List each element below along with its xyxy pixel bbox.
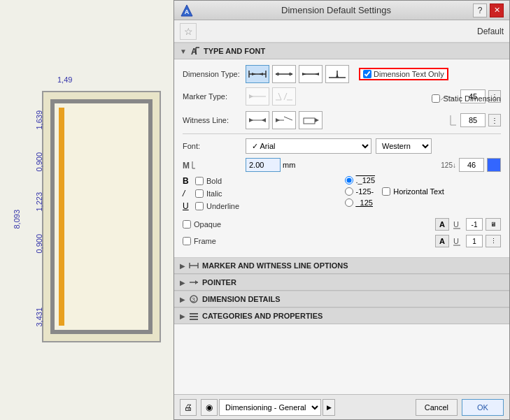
frame-A-button[interactable]: A: [435, 235, 449, 247]
categories-section[interactable]: ▶ CATEGORIES AND PROPERTIES: [174, 307, 509, 324]
svg-marker-15: [315, 73, 319, 75]
static-dimension-checkbox[interactable]: [432, 94, 440, 103]
type-font-section-label: TYPE AND FONT: [204, 47, 265, 55]
marker-type-label: Marker Type:: [183, 92, 246, 101]
svg-marker-9: [259, 73, 263, 75]
app-logo-icon: A: [180, 3, 194, 17]
bottom-left: 🖨 ◉ Dimensioning - General ▶: [180, 399, 335, 416]
underline-label: Underline: [206, 202, 239, 210]
drawing-area: 1,49 1,639 0,900 1,223 0,900 8,093 3,431: [0, 0, 182, 420]
default-label: Default: [477, 27, 504, 36]
bold-checkbox[interactable]: [195, 177, 204, 185]
radio-middle-label: -125-: [356, 187, 374, 196]
svg-line-23: [284, 93, 287, 100]
dim-label-4: 1,223: [35, 192, 43, 212]
marker-witness-section[interactable]: ▶ MARKER AND WITNESS LINE OPTIONS: [174, 257, 509, 274]
print-button[interactable]: 🖨: [180, 399, 197, 416]
main-content: Dimension Type:: [174, 59, 509, 394]
dim-type-btn-3[interactable]: [299, 65, 323, 83]
svg-text:U: U: [453, 220, 459, 229]
toolbar-row: ☆ Default: [174, 20, 509, 43]
frame-row: Frame A U ⋮: [183, 235, 501, 247]
witness-curve-icon: [444, 114, 458, 126]
font-encoding-select[interactable]: Western: [376, 138, 432, 154]
favorite-button[interactable]: ☆: [180, 23, 197, 40]
dim-label-3: 0,900: [35, 152, 43, 172]
color-picker-button[interactable]: [487, 158, 501, 172]
type-font-panel: Dimension Type:: [174, 59, 509, 257]
dim-label-5: 0,900: [35, 234, 43, 254]
dimension-dropdown[interactable]: Dimensioning - General: [219, 399, 321, 416]
svg-text:U: U: [453, 237, 459, 245]
dim-details-arrow-icon: ▶: [180, 296, 185, 303]
opaque-checkbox[interactable]: [183, 220, 191, 229]
type-font-section-header[interactable]: ▼ A TYPE AND FONT: [174, 43, 509, 59]
floor-plan: [42, 91, 161, 342]
font-select[interactable]: ✓ Arial: [246, 138, 371, 154]
dim-type-btn-2[interactable]: [272, 65, 296, 83]
pointer-arrow-icon: ▶: [180, 279, 185, 287]
dim-label-7: 3,431: [35, 307, 43, 327]
dialog-title: Dimension Default Settings: [199, 5, 473, 15]
opaque-label: Opaque: [194, 220, 221, 229]
frame-dots-btn[interactable]: ⋮: [486, 235, 501, 247]
opaque-A-button[interactable]: A: [435, 218, 449, 231]
close-button[interactable]: ✕: [490, 3, 504, 17]
floor-plan-accent: [59, 108, 64, 326]
witness-dots-btn[interactable]: ⋮: [488, 114, 501, 126]
eye-button[interactable]: ◉: [201, 399, 218, 416]
svg-marker-8: [252, 73, 256, 75]
italic-checkbox[interactable]: [195, 189, 204, 198]
svg-marker-46: [195, 280, 198, 284]
svg-marker-26: [249, 118, 253, 122]
radio-above[interactable]: [345, 176, 353, 184]
dim-type-btn-1[interactable]: [246, 65, 269, 83]
svg-rect-31: [304, 118, 315, 124]
radio-row-1: ._125: [345, 176, 502, 184]
font-size-input[interactable]: [246, 158, 281, 172]
witness-btn-1[interactable]: [246, 111, 269, 129]
dim-text-only-checkbox[interactable]: [363, 70, 371, 78]
font-size-badge: 125↓: [441, 161, 456, 169]
dropdown-arrow-btn[interactable]: ▶: [323, 399, 335, 416]
underline-checkbox[interactable]: [195, 202, 204, 210]
bold-label: Bold: [206, 177, 222, 185]
ok-button[interactable]: OK: [462, 399, 504, 416]
radio-below[interactable]: [345, 198, 353, 207]
dim-details-label: DIMENSION DETAILS: [202, 295, 281, 303]
horizontal-text-label: Horizontal Text: [393, 187, 444, 196]
bottom-bar: 🖨 ◉ Dimensioning - General ▶ Cancel OK: [174, 394, 509, 419]
witness-line-label: Witness Line:: [183, 116, 246, 124]
svg-line-22: [278, 93, 281, 100]
witness-btn-2[interactable]: [272, 111, 296, 129]
opaque-monitor-icon[interactable]: 🖥: [486, 218, 501, 231]
radio-options-column: ._125 -125- Horizontal Text _125: [345, 176, 502, 214]
underline-row: U Underline: [183, 201, 339, 211]
radio-below-label: _125: [356, 198, 373, 207]
radio-middle[interactable]: [345, 187, 353, 196]
horizontal-text-checkbox[interactable]: [382, 187, 390, 196]
dim-type-btn-4[interactable]: [325, 65, 349, 83]
help-button[interactable]: ?: [473, 3, 487, 17]
dim-text-only-label: Dimension Text Only: [374, 70, 444, 78]
svg-marker-27: [262, 118, 266, 122]
witness-btn-3[interactable]: [299, 111, 323, 129]
cancel-button[interactable]: Cancel: [416, 399, 458, 416]
italic-icon: /: [183, 189, 192, 198]
frame-checkbox[interactable]: [183, 237, 191, 245]
svg-marker-32: [315, 118, 319, 122]
witness-num-input[interactable]: [460, 113, 486, 127]
pointer-section[interactable]: ▶ POINTER: [174, 274, 509, 291]
font-size-num[interactable]: [459, 158, 484, 172]
eye-icon: ◉: [206, 403, 213, 412]
dialog: A Dimension Default Settings ? ✕ ☆ Defau…: [173, 0, 510, 420]
style-options: B Bold / Italic U Underline: [183, 176, 501, 214]
marker-btn-1[interactable]: [246, 87, 269, 106]
marker-btn-2[interactable]: [272, 87, 296, 106]
opaque-row: Opaque A U 🖥: [183, 218, 501, 231]
floor-plan-inner: [50, 99, 153, 334]
opaque-num[interactable]: [466, 218, 483, 231]
dimension-details-section[interactable]: ▶ 3 DIMENSION DETAILS: [174, 291, 509, 307]
dim-label-6: 8,093: [13, 210, 21, 229]
frame-num[interactable]: [466, 235, 483, 247]
